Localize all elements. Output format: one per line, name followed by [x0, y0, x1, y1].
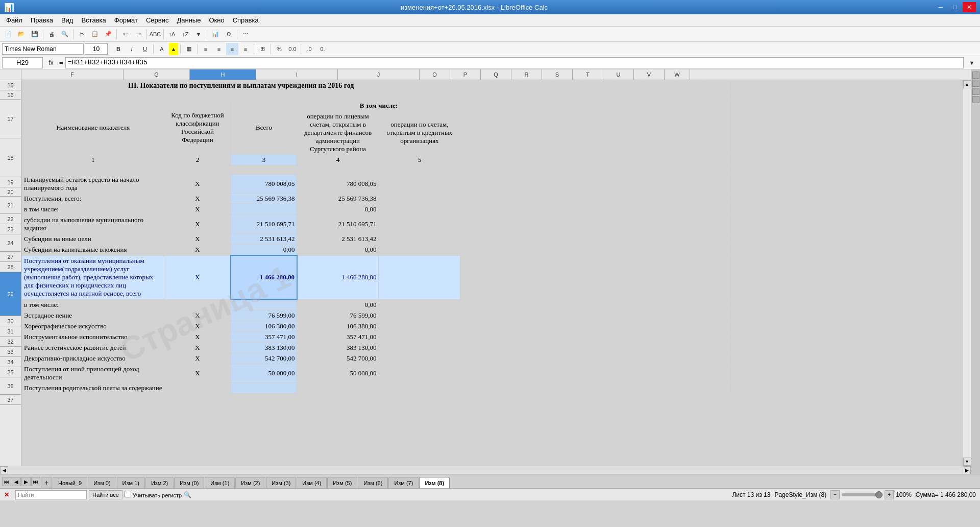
- cell-21-f[interactable]: Планируемый остаток средств на начало пл…: [22, 175, 164, 194]
- cell-34-f[interactable]: Раннее эстетическое развитие детей: [22, 342, 164, 353]
- menu-item-справка[interactable]: Справка: [229, 15, 263, 25]
- cell-31-h[interactable]: 76 599,00: [231, 310, 297, 321]
- find-all-button[interactable]: Найти все: [89, 490, 122, 499]
- font-size-input[interactable]: [85, 43, 108, 55]
- row-header-27[interactable]: 27: [0, 252, 21, 262]
- vertical-scrollbar[interactable]: ▲ ▼: [963, 80, 971, 466]
- close-button[interactable]: ✕: [963, 2, 976, 12]
- scroll-right-arrow[interactable]: ▶: [963, 466, 971, 474]
- font-color-button[interactable]: A: [156, 43, 168, 55]
- sheet-tab-izm5[interactable]: Изм (5): [327, 477, 357, 488]
- col-header-o[interactable]: O: [420, 69, 450, 80]
- col-header-f[interactable]: F: [21, 69, 124, 80]
- menu-item-формат[interactable]: Формат: [110, 15, 142, 25]
- col-header-u[interactable]: U: [603, 69, 634, 80]
- sheet-tab-izm7[interactable]: Изм (7): [388, 477, 419, 488]
- cell-31-i[interactable]: 76 599,00: [297, 310, 379, 321]
- section-title-cell[interactable]: III. Показатели по поступлениям и выплат…: [22, 81, 460, 91]
- row-header-23[interactable]: 23: [0, 224, 21, 234]
- row-header-31[interactable]: 31: [0, 326, 21, 337]
- row-header-37[interactable]: 37: [0, 395, 21, 405]
- border-button[interactable]: ▦: [183, 43, 195, 55]
- cell-36-i[interactable]: 50 000,00: [297, 364, 379, 382]
- sort-asc-button[interactable]: ↑A: [166, 28, 178, 40]
- cut-button[interactable]: ✂: [76, 28, 88, 40]
- col-header-r[interactable]: R: [511, 69, 542, 80]
- row-header-32[interactable]: 32: [0, 337, 21, 347]
- copy-button[interactable]: 📋: [89, 28, 101, 40]
- menu-item-вставка[interactable]: Вставка: [77, 15, 110, 25]
- scroll-track[interactable]: [963, 88, 971, 458]
- underline-button[interactable]: U: [139, 43, 151, 55]
- increase-decimal-button[interactable]: .0: [303, 43, 315, 55]
- col-header-v[interactable]: V: [634, 69, 665, 80]
- sheet-tab-izm1b[interactable]: Изм 1): [117, 477, 145, 488]
- maximize-button[interactable]: □: [948, 2, 962, 12]
- tab-nav-prev[interactable]: ◀: [12, 477, 21, 486]
- cell-29-f[interactable]: Поступления от оказания муниципальным уч…: [22, 255, 164, 299]
- row-header-35[interactable]: 35: [0, 367, 21, 377]
- scroll-up-arrow[interactable]: ▲: [963, 80, 971, 88]
- menu-item-файл[interactable]: Файл: [2, 15, 27, 25]
- row-header-16[interactable]: 16: [0, 90, 21, 100]
- menu-item-правка[interactable]: Правка: [27, 15, 57, 25]
- cell-28-f[interactable]: Субсидии на капитальные вложения: [22, 245, 164, 256]
- cell-24-f[interactable]: субсидии на выполнение муниципального за…: [22, 215, 164, 234]
- menu-item-окно[interactable]: Окно: [205, 15, 228, 25]
- cell-28-i[interactable]: 0,00: [297, 245, 379, 256]
- row-header-34[interactable]: 34: [0, 357, 21, 367]
- insert-chart-button[interactable]: 📊: [209, 28, 222, 40]
- cell-32-h[interactable]: 106 380,00: [231, 321, 297, 331]
- more-tools-button[interactable]: ⋯: [239, 28, 252, 40]
- paste-button[interactable]: 📌: [102, 28, 114, 40]
- cell-27-f[interactable]: Субсидии на иные цели: [22, 234, 164, 245]
- decrease-decimal-button[interactable]: 0.: [316, 43, 329, 55]
- zoom-out-button[interactable]: −: [830, 490, 840, 499]
- function-wizard-button[interactable]: fx: [45, 57, 57, 69]
- cell-30-i[interactable]: 0,00: [297, 299, 379, 310]
- cell-34-i[interactable]: 383 130,00: [297, 342, 379, 353]
- insert-special-char-button[interactable]: Ω: [223, 28, 235, 40]
- row-header-28[interactable]: 28: [0, 262, 21, 272]
- align-center-button[interactable]: ≡: [213, 43, 225, 55]
- sheet-tab-izm0[interactable]: Изм (0): [174, 477, 204, 488]
- sheet-tab-izm0b[interactable]: Изм 0): [88, 477, 116, 488]
- sheet-tab-izm6[interactable]: Изм (6): [358, 477, 388, 488]
- col-header-w[interactable]: W: [665, 69, 690, 80]
- row-header-15[interactable]: 15: [0, 80, 21, 90]
- cell-27-h[interactable]: 2 531 613,42: [231, 234, 297, 245]
- highlight-color-button[interactable]: ▲: [169, 43, 178, 55]
- row-header-19[interactable]: 19: [0, 177, 21, 187]
- sheet-tab-izm2b[interactable]: Изм 2): [145, 477, 174, 488]
- case-sensitive-checkbox[interactable]: [125, 491, 131, 497]
- zoom-slider[interactable]: [842, 493, 883, 496]
- save-button[interactable]: 💾: [29, 28, 41, 40]
- side-icon-3[interactable]: [972, 88, 979, 95]
- row-header-36[interactable]: 36: [0, 377, 21, 395]
- sheet-tab-izm8[interactable]: Изм (8): [419, 477, 450, 488]
- cell-31-f[interactable]: Эстрадное пение: [22, 310, 164, 321]
- cell-37-f[interactable]: Поступления родительской платы за содерж…: [22, 382, 164, 393]
- tab-nav-first[interactable]: ⏮: [2, 477, 11, 486]
- cell-29-i[interactable]: 1 466 280,00: [297, 255, 379, 299]
- cell-30-f[interactable]: в том числе:: [22, 299, 164, 310]
- row-header-24[interactable]: 24: [0, 234, 21, 252]
- cell-35-i[interactable]: 542 700,00: [297, 353, 379, 364]
- cell-32-f[interactable]: Хореографическое искусство: [22, 321, 164, 331]
- cell-35-f[interactable]: Декоративно-прикладное искусство: [22, 353, 164, 364]
- col-header-t[interactable]: T: [573, 69, 603, 80]
- italic-button[interactable]: I: [126, 43, 138, 55]
- open-button[interactable]: 📂: [15, 28, 28, 40]
- cell-32-i[interactable]: 106 380,00: [297, 321, 379, 331]
- horizontal-scrollbar[interactable]: ◀ ▶: [0, 466, 971, 474]
- cell-22-h[interactable]: 25 569 736,38: [231, 194, 297, 204]
- cell-29-h[interactable]: 1 466 280,00: [231, 255, 297, 299]
- sheet-tab-novyy9[interactable]: Новый_9: [53, 477, 87, 488]
- percent-button[interactable]: 0.0: [286, 43, 299, 55]
- scroll-down-arrow[interactable]: ▼: [963, 458, 971, 466]
- row-header-33[interactable]: 33: [0, 347, 21, 357]
- cell-36-f[interactable]: Поступления от иной приносящей доход дея…: [22, 364, 164, 382]
- col-header-i[interactable]: I: [256, 69, 338, 80]
- cell-21-i[interactable]: 780 008,05: [297, 175, 379, 194]
- col-header-g[interactable]: G: [124, 69, 190, 80]
